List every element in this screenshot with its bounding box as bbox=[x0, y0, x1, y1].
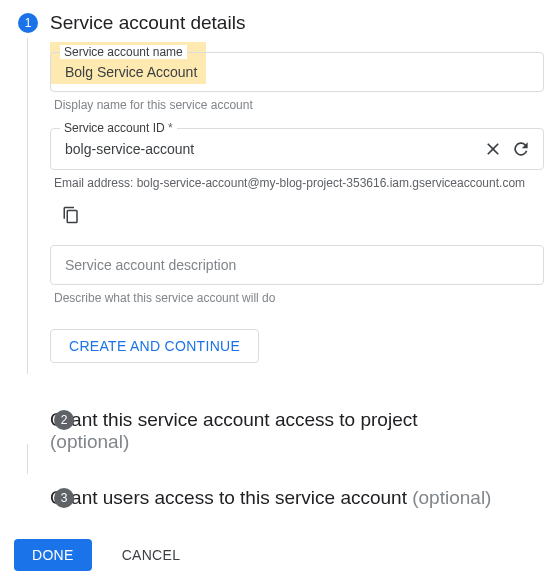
step-3: 3 Grant users access to this service acc… bbox=[50, 487, 544, 509]
account-name-hint: Display name for this service account bbox=[54, 98, 544, 112]
step-2-title: Grant this service account access to pro… bbox=[50, 409, 544, 453]
account-name-input[interactable] bbox=[63, 63, 531, 81]
email-address-text: Email address: bolg-service-account@my-b… bbox=[54, 176, 544, 190]
step-2: 2 Grant this service account access to p… bbox=[50, 409, 544, 453]
done-button[interactable]: DONE bbox=[14, 539, 92, 571]
step-3-optional: (optional) bbox=[412, 487, 491, 508]
step-2-optional: (optional) bbox=[50, 431, 129, 452]
step-1-title: Service account details bbox=[50, 12, 544, 34]
account-desc-input-wrap[interactable] bbox=[50, 245, 544, 285]
account-id-label: Service account ID * bbox=[60, 121, 177, 135]
refresh-icon[interactable] bbox=[511, 139, 531, 159]
clear-icon[interactable] bbox=[483, 139, 503, 159]
step-3-title: Grant users access to this service accou… bbox=[50, 487, 544, 509]
account-id-input[interactable] bbox=[63, 140, 475, 158]
account-desc-hint: Describe what this service account will … bbox=[54, 291, 544, 305]
copy-icon[interactable] bbox=[62, 206, 80, 224]
step-3-badge: 3 bbox=[54, 488, 74, 508]
footer-actions: DONE CANCEL bbox=[14, 539, 544, 571]
account-desc-input[interactable] bbox=[63, 256, 531, 274]
account-id-field: Service account ID * bbox=[50, 128, 544, 170]
step-1: 1 Service account details Service accoun… bbox=[50, 12, 544, 363]
cancel-button[interactable]: CANCEL bbox=[104, 539, 199, 571]
step-1-badge: 1 bbox=[18, 13, 38, 33]
account-desc-field bbox=[50, 245, 544, 285]
step-2-badge: 2 bbox=[54, 410, 74, 430]
create-and-continue-button[interactable]: CREATE AND CONTINUE bbox=[50, 329, 259, 363]
account-name-field: Service account name bbox=[50, 52, 544, 92]
account-name-label: Service account name bbox=[60, 45, 187, 59]
